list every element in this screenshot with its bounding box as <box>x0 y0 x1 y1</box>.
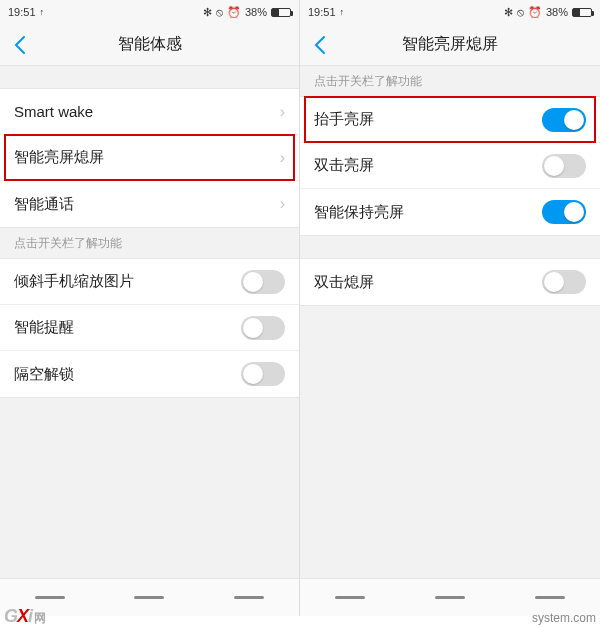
toggle-switch[interactable] <box>542 154 586 178</box>
item-label: Smart wake <box>14 103 93 120</box>
item-label: 智能通话 <box>14 195 74 214</box>
chevron-right-icon: › <box>280 103 285 121</box>
item-label: 倾斜手机缩放图片 <box>14 272 134 291</box>
dnd-icon: ⦸ <box>517 6 524 19</box>
nav-back-button[interactable] <box>234 596 264 599</box>
nav-item-smart-call[interactable]: 智能通话 › <box>0 181 299 227</box>
toggle-group-2: 双击熄屏 <box>300 258 600 306</box>
chevron-right-icon: › <box>280 195 285 213</box>
right-screen: 19:51 ↑ ✻ ⦸ ⏰ 38% 智能亮屏熄屏 点击开关栏了解功能 抬手亮屏 <box>300 0 600 616</box>
item-label: 隔空解锁 <box>14 365 74 384</box>
battery-pct: 38% <box>546 6 568 18</box>
status-bar: 19:51 ↑ ✻ ⦸ ⏰ 38% <box>0 0 299 24</box>
nav-home-button[interactable] <box>134 596 164 599</box>
nav-recent-button[interactable] <box>335 596 365 599</box>
toggle-switch[interactable] <box>241 270 285 294</box>
battery-icon <box>271 8 291 17</box>
header: 智能体感 <box>0 24 299 66</box>
item-label: 智能保持亮屏 <box>314 203 404 222</box>
bluetooth-icon: ✻ <box>504 6 513 19</box>
toggle-item-raise-wake[interactable]: 抬手亮屏 <box>300 97 600 143</box>
toggle-switch[interactable] <box>542 108 586 132</box>
alarm-icon: ⏰ <box>227 6 241 19</box>
bluetooth-icon: ✻ <box>203 6 212 19</box>
upload-icon: ↑ <box>40 7 45 17</box>
item-label: 抬手亮屏 <box>314 110 374 129</box>
item-label: 智能提醒 <box>14 318 74 337</box>
toggle-switch[interactable] <box>241 362 285 386</box>
upload-icon: ↑ <box>340 7 345 17</box>
toggle-item-air-unlock[interactable]: 隔空解锁 <box>0 351 299 397</box>
item-label: 智能亮屏熄屏 <box>14 148 104 167</box>
toggle-switch[interactable] <box>542 200 586 224</box>
section-label: 点击开关栏了解功能 <box>300 66 600 96</box>
nav-home-button[interactable] <box>435 596 465 599</box>
toggle-item-smart-remind[interactable]: 智能提醒 <box>0 305 299 351</box>
alarm-icon: ⏰ <box>528 6 542 19</box>
back-button[interactable] <box>300 24 340 66</box>
watermark-logo: GXi网 <box>4 606 45 627</box>
toggle-item-smart-stay[interactable]: 智能保持亮屏 <box>300 189 600 235</box>
toggle-group: 倾斜手机缩放图片 智能提醒 隔空解锁 <box>0 258 299 398</box>
toggle-item-tilt-zoom[interactable]: 倾斜手机缩放图片 <box>0 259 299 305</box>
toggle-group-1: 抬手亮屏 双击亮屏 智能保持亮屏 <box>300 96 600 236</box>
item-label: 双击亮屏 <box>314 156 374 175</box>
chevron-right-icon: › <box>280 149 285 167</box>
page-title: 智能体感 <box>0 34 299 55</box>
battery-icon <box>572 8 592 17</box>
toggle-switch[interactable] <box>241 316 285 340</box>
nav-recent-button[interactable] <box>35 596 65 599</box>
page-title: 智能亮屏熄屏 <box>300 34 600 55</box>
dnd-icon: ⦸ <box>216 6 223 19</box>
nav-back-button[interactable] <box>535 596 565 599</box>
nav-group: Smart wake › 智能亮屏熄屏 › 智能通话 › <box>0 88 299 228</box>
status-time: 19:51 <box>8 6 36 18</box>
toggle-item-double-tap-sleep[interactable]: 双击熄屏 <box>300 259 600 305</box>
watermark-url: system.com <box>532 611 596 625</box>
left-screen: 19:51 ↑ ✻ ⦸ ⏰ 38% 智能体感 Smart wake › <box>0 0 300 616</box>
status-time: 19:51 <box>308 6 336 18</box>
toggle-switch[interactable] <box>542 270 586 294</box>
header: 智能亮屏熄屏 <box>300 24 600 66</box>
status-bar: 19:51 ↑ ✻ ⦸ ⏰ 38% <box>300 0 600 24</box>
nav-item-smart-screen[interactable]: 智能亮屏熄屏 › <box>0 135 299 181</box>
back-button[interactable] <box>0 24 40 66</box>
item-label: 双击熄屏 <box>314 273 374 292</box>
nav-item-smart-wake[interactable]: Smart wake › <box>0 89 299 135</box>
battery-pct: 38% <box>245 6 267 18</box>
section-label: 点击开关栏了解功能 <box>0 228 299 258</box>
toggle-item-double-tap-wake[interactable]: 双击亮屏 <box>300 143 600 189</box>
